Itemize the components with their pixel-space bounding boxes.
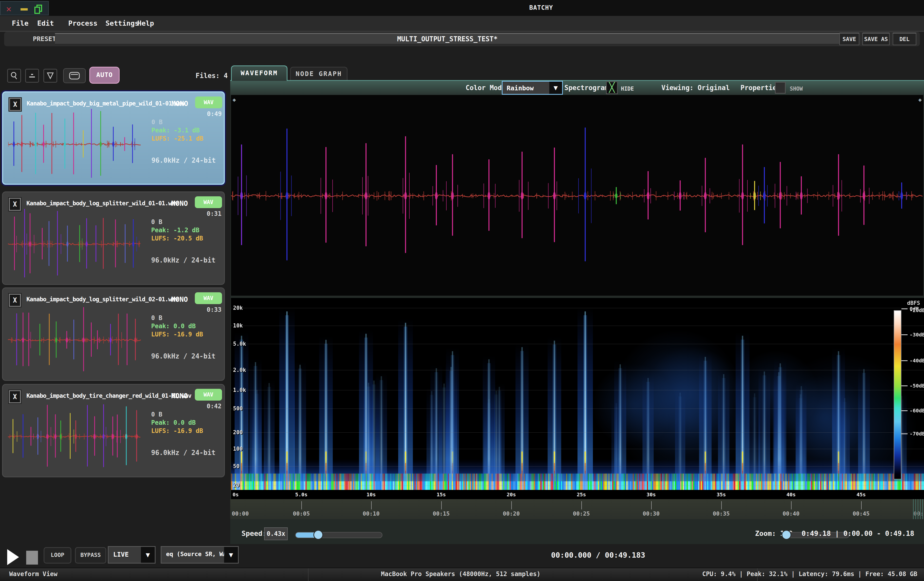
file-name: Kanabo_impact_body_log_splitter_wild_02-… <box>26 296 178 302</box>
properties-checkbox[interactable] <box>775 82 785 94</box>
titlebar: ✕ BATCHY <box>0 0 924 16</box>
file-size: 0 B <box>151 218 162 226</box>
live-mode-dropdown[interactable]: LIVE ▼ <box>108 546 155 564</box>
lufs-label: LUFS: -25.1 dB <box>152 135 203 142</box>
file-name: Kanabo_impact_body_big_metal_pipe_wild_0… <box>27 100 185 107</box>
ruler-label: 00:00 <box>232 510 249 517</box>
properties-show-toggle[interactable]: SHOW <box>790 86 803 92</box>
ruler-tick <box>721 501 722 509</box>
db-tick-label: -40dB <box>910 358 924 364</box>
time-tick: 45s <box>856 492 866 498</box>
db-tick-label: -20dB <box>910 307 924 314</box>
maximize-window-icon[interactable] <box>33 4 44 14</box>
file-card[interactable]: X Kanabo_impact_body_log_splitter_wild_0… <box>2 287 225 381</box>
freq-tick: 2.0k <box>233 367 246 373</box>
chevron-down-icon: ▼ <box>549 82 562 94</box>
format-badge: WAV <box>195 292 222 304</box>
end-of-file-stripes <box>913 499 923 519</box>
preset-name-input[interactable]: MULTI_OUTPUT_STRESS_TEST* <box>55 33 840 45</box>
chevron-down-icon: ▼ <box>224 547 238 563</box>
lufs-label: LUFS: -16.9 dB <box>151 427 203 434</box>
filter-icon <box>46 71 54 80</box>
freq-tick: 20 <box>233 482 239 488</box>
file-card[interactable]: X Kanabo_impact_body_tire_changer_red_wi… <box>2 384 225 477</box>
spectrogram-graphic <box>231 298 924 490</box>
peak-label: Peak: -1.2 dB <box>151 226 200 234</box>
lufs-label: LUFS: -20.5 dB <box>151 235 203 242</box>
search-icon <box>10 71 18 80</box>
minimize-window-icon[interactable] <box>21 8 28 10</box>
stop-button[interactable] <box>26 551 38 564</box>
time-tick: 30s <box>647 492 656 498</box>
file-size: 0 B <box>152 119 162 126</box>
menu-file[interactable]: File <box>12 19 28 27</box>
sort-button[interactable] <box>25 69 39 83</box>
db-tick-icon <box>901 360 908 361</box>
selection-start-marker-icon[interactable]: ◆ <box>233 96 236 103</box>
delete-preset-button[interactable]: DEL <box>893 33 916 45</box>
speed-slider-handle[interactable] <box>314 530 323 540</box>
tab-node-graph[interactable]: NODE GRAPH <box>290 67 348 81</box>
channel-label: MONO <box>171 200 188 207</box>
selection-end-marker-icon[interactable]: ◆ <box>918 96 922 103</box>
auto-button[interactable]: AUTO <box>89 67 120 84</box>
close-window-icon[interactable]: ✕ <box>6 3 11 14</box>
save-button[interactable]: SAVE <box>839 33 859 45</box>
freq-tick: 100 <box>233 446 243 452</box>
format-badge: WAV <box>195 196 222 208</box>
file-card[interactable]: X Kanabo_impact_body_big_metal_pipe_wild… <box>2 91 225 185</box>
ruler-tick <box>371 501 372 509</box>
loop-button[interactable]: LOOP <box>44 547 71 564</box>
duration-label: 0:31 <box>198 210 221 217</box>
spectrogram-hide-toggle[interactable]: HIDE <box>621 86 634 92</box>
files-count: Files: 4 <box>196 72 228 79</box>
file-size: 0 B <box>151 411 162 418</box>
ruler-tick <box>861 501 861 509</box>
ruler-label: 00:15 <box>433 510 450 517</box>
output-chain-dropdown[interactable]: eq (Source SR, WAV) ▼ <box>161 546 239 564</box>
peak-label: Peak: -3.1 dB <box>152 127 200 134</box>
menu-settings[interactable]: Settings <box>106 19 139 27</box>
save-as-button[interactable]: SAVE AS <box>862 33 889 45</box>
freq-tick: 500 <box>233 406 243 412</box>
ruler-tick <box>301 501 302 509</box>
speed-label: Speed: <box>241 530 267 537</box>
file-size: 0 B <box>151 314 162 322</box>
spectrogram-display[interactable]: 20k 10k 5.0k 2.0k 1.0k 500 200 100 50 20… <box>231 298 924 490</box>
search-button[interactable] <box>7 69 21 83</box>
tab-waveform[interactable]: WAVEFORM <box>231 66 287 81</box>
ruler-label: 00:10 <box>363 510 380 517</box>
app-window: ✕ BATCHY File Edit Process Settings Help… <box>0 0 924 581</box>
color-mode-dropdown[interactable]: Rainbow ▼ <box>502 81 563 95</box>
time-tick: 35s <box>717 492 726 498</box>
speed-value-box[interactable]: 0.43x <box>264 527 288 540</box>
timeline-ruler[interactable]: 00:00 00:05 00:10 00:15 00:20 00:25 00:3… <box>230 499 924 519</box>
file-name: Kanabo_impact_body_tire_changer_red_wild… <box>26 392 191 399</box>
samplerate-label: 96.0kHz / 24-bit <box>151 352 215 360</box>
zoom-slider-handle[interactable] <box>782 530 791 540</box>
app-title: BATCHY <box>529 4 553 11</box>
status-audio-device: MacBook Pro Speakers (48000Hz, 512 sampl… <box>381 571 540 578</box>
freq-tick: 10k <box>233 323 243 329</box>
filter-button[interactable] <box>43 69 57 83</box>
spectrogram-checkbox[interactable]: ╳ <box>606 81 618 94</box>
waveform-display[interactable]: ◆ ◆ <box>231 95 923 295</box>
range-text: 0:49.18 | 0:00.00 - 0:49.18 <box>802 530 914 537</box>
time-tick: 0s <box>233 492 239 498</box>
duration-label: 0:42 <box>198 403 221 410</box>
freq-tick: 5.0k <box>233 341 246 347</box>
db-tick-icon <box>901 309 908 309</box>
checkbox-x-icon: ╳ <box>609 82 615 93</box>
mini-waveform <box>8 206 148 282</box>
play-button[interactable] <box>7 549 19 565</box>
view-mode-button[interactable] <box>63 68 86 83</box>
menu-help[interactable]: Help <box>137 19 154 27</box>
speed-slider[interactable] <box>295 532 383 538</box>
menu-edit[interactable]: Edit <box>37 19 54 27</box>
ruler-label: 00:35 <box>713 510 730 517</box>
file-card[interactable]: X Kanabo_impact_body_log_splitter_wild_0… <box>2 191 225 285</box>
mini-waveform <box>8 302 148 378</box>
menu-process[interactable]: Process <box>68 19 97 27</box>
bypass-button[interactable]: BYPASS <box>75 547 106 564</box>
db-tick-icon <box>901 433 908 434</box>
